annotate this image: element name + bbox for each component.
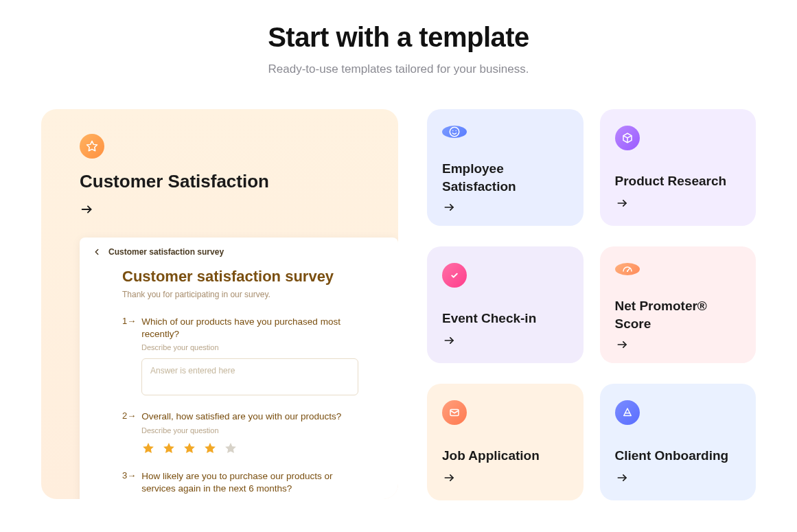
- template-card-title: Net Promoter® Score: [615, 297, 741, 332]
- template-card-net-promoter-score[interactable]: Net Promoter® Score: [600, 246, 756, 363]
- template-card-title: Client Onboarding: [615, 447, 741, 465]
- arrow-right-icon[interactable]: [80, 202, 95, 217]
- question-number: 3→: [122, 470, 136, 495]
- arrow-right-icon[interactable]: [615, 196, 630, 211]
- page-title: Start with a template: [41, 22, 756, 53]
- arrow-right-icon[interactable]: [442, 333, 457, 348]
- template-card-title: Job Application: [442, 447, 568, 465]
- cube-icon: [615, 126, 640, 150]
- template-card-product-research[interactable]: Product Research: [600, 109, 756, 226]
- star-icon[interactable]: [162, 441, 176, 455]
- question-number: 2→: [122, 410, 136, 423]
- chevron-left-icon[interactable]: [92, 247, 102, 257]
- survey-back-label: Customer satisfaction survey: [108, 247, 224, 257]
- page-subtitle: Ready-to-use templates tailored for your…: [41, 62, 756, 76]
- template-card-title: Employee Satisfaction: [442, 160, 568, 195]
- arrow-right-icon[interactable]: [442, 200, 457, 214]
- smile-icon: [442, 126, 467, 138]
- template-card-title: Customer Satisfaction: [80, 171, 360, 192]
- template-card-employee-satisfaction[interactable]: Employee Satisfaction: [427, 109, 584, 226]
- check-icon: [442, 263, 467, 288]
- star-outline-icon: [80, 134, 104, 159]
- template-card-job-application[interactable]: Job Application: [427, 384, 584, 500]
- arrow-right-icon[interactable]: [615, 338, 630, 351]
- pyramid-icon: [615, 400, 640, 425]
- svg-marker-0: [87, 141, 97, 151]
- question-description: Describe your question: [141, 426, 358, 435]
- star-icon[interactable]: [141, 441, 155, 455]
- question-number: 1→: [122, 316, 136, 340]
- question-text: Which of our products have you purchased…: [141, 316, 358, 340]
- template-card-customer-satisfaction[interactable]: Customer Satisfaction Customer satisfact…: [41, 109, 398, 499]
- star-icon[interactable]: [183, 441, 196, 455]
- survey-preview-panel: Customer satisfaction survey Customer sa…: [80, 238, 398, 499]
- star-icon[interactable]: [203, 441, 217, 455]
- template-card-title: Product Research: [615, 172, 741, 190]
- template-card-title: Event Check-in: [442, 310, 568, 327]
- survey-intro: Thank you for participating in our surve…: [122, 290, 358, 299]
- survey-title: Customer satisfaction survey: [122, 268, 358, 286]
- star-rating[interactable]: [141, 441, 358, 455]
- mail-icon: [442, 400, 467, 425]
- template-card-event-check-in[interactable]: Event Check-in: [427, 246, 584, 363]
- template-card-client-onboarding[interactable]: Client Onboarding: [600, 384, 756, 500]
- question-description: Describe your question: [141, 343, 358, 351]
- question-text: How likely are you to purchase our produ…: [141, 470, 358, 495]
- gauge-icon: [615, 263, 640, 275]
- question-text: Overall, how satisfied are you with our …: [141, 410, 341, 423]
- star-icon[interactable]: [224, 441, 238, 455]
- arrow-right-icon[interactable]: [615, 470, 630, 485]
- answer-input[interactable]: Answer is entered here: [141, 358, 358, 395]
- arrow-right-icon[interactable]: [442, 470, 457, 485]
